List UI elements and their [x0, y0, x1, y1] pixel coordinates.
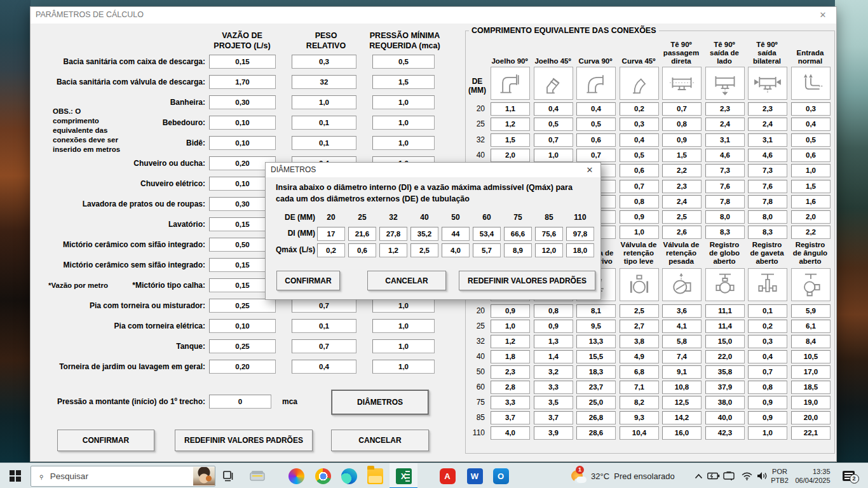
vazao-input[interactable]: 0,25 [209, 299, 276, 313]
weather-widget[interactable]: 1 32°C Pred ensolarado [570, 463, 675, 488]
equiv-length-input[interactable]: 3,1 [748, 133, 787, 147]
equiv-length-input[interactable]: 0,8 [662, 118, 702, 131]
equiv-length-input[interactable]: 2,3 [748, 102, 787, 116]
acrobat-app-icon[interactable]: A [435, 463, 460, 488]
cast-display-icon[interactable] [721, 463, 737, 488]
equiv-length-input[interactable]: 5,9 [791, 304, 831, 318]
edge-app-icon[interactable] [337, 463, 360, 488]
equiv-length-input[interactable]: 7,3 [705, 164, 745, 177]
dialog-di-input[interactable]: 35,2 [410, 227, 438, 241]
equiv-length-input[interactable]: 1,5 [491, 133, 530, 147]
equiv-length-input[interactable]: 22,0 [705, 350, 745, 363]
equiv-length-input[interactable]: 4,0 [491, 426, 530, 440]
equiv-length-input[interactable]: 10,8 [662, 381, 702, 394]
equiv-length-input[interactable]: 37,9 [705, 381, 745, 394]
peso-input[interactable]: 0,1 [292, 136, 356, 150]
cancelar-button[interactable]: CANCELAR [331, 430, 429, 451]
equiv-length-input[interactable]: 8,2 [620, 396, 659, 409]
equiv-length-input[interactable]: 4,1 [662, 320, 702, 333]
equiv-length-input[interactable]: 0,4 [576, 102, 616, 116]
equiv-length-input[interactable]: 23,7 [576, 381, 616, 394]
equiv-length-input[interactable]: 2,3 [662, 180, 702, 193]
dialog-di-input[interactable]: 75,6 [535, 227, 563, 241]
equiv-length-input[interactable]: 0,3 [748, 335, 787, 348]
equiv-length-input[interactable]: 19,0 [791, 396, 831, 409]
equiv-length-input[interactable]: 3,5 [534, 396, 573, 409]
diametros-button[interactable]: DIÂMETROS [331, 390, 429, 415]
pressao-input[interactable]: 0,5 [372, 55, 435, 69]
equiv-length-input[interactable]: 2,0 [491, 149, 530, 162]
dialog-close-icon[interactable]: ✕ [583, 164, 597, 177]
equiv-length-input[interactable]: 0,4 [534, 102, 573, 116]
dialog-qmax-input[interactable]: 12,0 [535, 243, 563, 257]
equiv-length-input[interactable]: 3,1 [705, 133, 745, 147]
equiv-length-input[interactable]: 10,4 [620, 426, 659, 440]
dialog-qmax-input[interactable]: 4,0 [442, 243, 470, 257]
equiv-length-input[interactable]: 42,3 [705, 426, 745, 440]
equiv-length-input[interactable]: 3,7 [534, 411, 573, 424]
notification-center-button[interactable]: 2 [837, 463, 859, 488]
battery-icon[interactable] [705, 463, 722, 488]
dialog-qmax-input[interactable]: 0,2 [317, 243, 345, 257]
equiv-length-input[interactable]: 4,6 [748, 149, 787, 162]
equiv-length-input[interactable]: 0,9 [748, 396, 787, 409]
equiv-length-input[interactable]: 16,0 [662, 426, 702, 440]
equiv-length-input[interactable]: 11,1 [705, 304, 745, 318]
equiv-length-input[interactable]: 0,1 [748, 304, 787, 318]
equiv-length-input[interactable]: 2,3 [705, 102, 745, 116]
equiv-length-input[interactable]: 0,6 [576, 133, 616, 147]
equiv-length-input[interactable]: 40,0 [705, 411, 745, 424]
equiv-length-input[interactable]: 3,3 [491, 396, 530, 409]
equiv-length-input[interactable]: 0,6 [791, 149, 831, 162]
equiv-length-input[interactable]: 13,3 [576, 335, 616, 348]
equiv-length-input[interactable]: 8,4 [791, 335, 831, 348]
dialog-di-input[interactable]: 53,4 [473, 227, 501, 241]
peso-input[interactable]: 0,7 [292, 299, 356, 313]
equiv-length-input[interactable]: 11,4 [705, 320, 745, 333]
pressao-input[interactable]: 1,5 [372, 75, 435, 89]
vazao-input[interactable]: 0,25 [209, 339, 276, 353]
tray-chevron-icon[interactable] [690, 463, 707, 488]
pressao-montante-input[interactable]: 0 [209, 395, 271, 409]
equiv-length-input[interactable]: 1,2 [491, 335, 530, 348]
equiv-length-input[interactable]: 18,5 [791, 381, 831, 394]
equiv-length-input[interactable]: 18,3 [576, 365, 616, 379]
vazao-input[interactable]: 0,10 [209, 319, 276, 333]
equiv-length-input[interactable]: 1,5 [791, 180, 831, 193]
equiv-length-input[interactable]: 0,8 [534, 304, 573, 318]
vazao-input[interactable]: 0,10 [209, 136, 276, 150]
equiv-length-input[interactable]: 6,1 [791, 320, 831, 333]
dialog-redefinir-button[interactable]: REDEFINIR VALORES PADRÕES [459, 271, 595, 290]
close-icon[interactable]: ✕ [816, 9, 830, 22]
equiv-length-input[interactable]: 7,1 [620, 381, 659, 394]
peso-input[interactable]: 0,3 [292, 55, 356, 69]
outlook-app-icon[interactable]: O [488, 463, 513, 488]
equiv-length-input[interactable]: 7,4 [662, 350, 702, 363]
equiv-length-input[interactable]: 1,0 [491, 320, 530, 333]
equiv-length-input[interactable]: 7,8 [748, 195, 787, 208]
dialog-qmax-input[interactable]: 1,2 [379, 243, 407, 257]
equiv-length-input[interactable]: 2,2 [662, 164, 702, 177]
vazao-input[interactable]: 0,10 [209, 116, 276, 130]
pressao-input[interactable]: 1,0 [372, 95, 435, 109]
equiv-length-input[interactable]: 1,0 [534, 149, 573, 162]
equiv-length-input[interactable]: 5,8 [662, 335, 702, 348]
equiv-length-input[interactable]: 0,3 [791, 102, 831, 116]
dialog-cancelar-button[interactable]: CANCELAR [367, 271, 446, 290]
peso-input[interactable]: 0,1 [292, 319, 356, 333]
equiv-length-input[interactable]: 1,5 [662, 149, 702, 162]
equiv-length-input[interactable]: 15,5 [576, 350, 616, 363]
dialog-qmax-input[interactable]: 8,9 [504, 243, 532, 257]
scanner-app-icon[interactable] [247, 463, 268, 488]
equiv-length-input[interactable]: 4,6 [705, 149, 745, 162]
equiv-length-input[interactable]: 8,0 [748, 210, 787, 224]
dialog-di-input[interactable]: 21,6 [348, 227, 376, 241]
pressao-input[interactable]: 1,0 [372, 299, 435, 313]
redefinir-valores-button[interactable]: REDEFINIR VALORES PADRÕES [175, 430, 313, 451]
peso-input[interactable]: 0,1 [292, 116, 356, 130]
equiv-length-input[interactable]: 8,1 [576, 304, 616, 318]
equiv-length-input[interactable]: 9,1 [662, 365, 702, 379]
equiv-length-input[interactable]: 15,0 [705, 335, 745, 348]
equiv-length-input[interactable]: 3,9 [534, 426, 573, 440]
equiv-length-input[interactable]: 2,7 [620, 320, 659, 333]
